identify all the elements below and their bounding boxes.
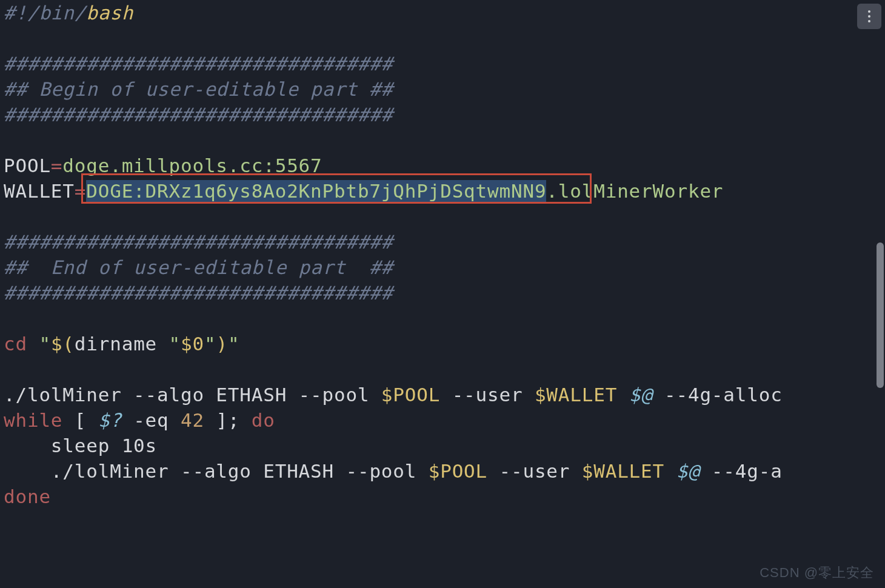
pool-value: doge.millpools.cc:5567 bbox=[62, 155, 322, 176]
code-editor[interactable]: #!/bin/bash ############################… bbox=[0, 0, 885, 588]
shebang: #!/bin/bash bbox=[4, 2, 133, 24]
wallet-rest: .lolMinerWorker bbox=[546, 180, 723, 202]
run-line-2: ./lolMiner --algo ETHASH --pool bbox=[51, 460, 429, 482]
comment-rule: ################################# bbox=[4, 282, 393, 304]
comment-end: ## End of user-editable part ## bbox=[4, 256, 393, 278]
code-block: #!/bin/bash ############################… bbox=[4, 0, 885, 509]
var-wallet: WALLET bbox=[4, 180, 75, 202]
vertical-scrollbar[interactable] bbox=[877, 242, 884, 388]
kw-while: while bbox=[4, 409, 62, 431]
comment-rule: ################################# bbox=[4, 231, 393, 253]
comment-begin: ## Begin of user-editable part ## bbox=[4, 78, 393, 100]
watermark-text: CSDN @零上安全 bbox=[760, 564, 874, 582]
cmd-cd: cd bbox=[4, 333, 27, 355]
vertical-dots-icon bbox=[868, 9, 870, 24]
var-pool: POOL bbox=[4, 155, 51, 176]
comment-rule: ################################# bbox=[4, 53, 393, 75]
run-line-1: ./lolMiner --algo ETHASH --pool bbox=[4, 384, 381, 406]
comment-rule: ################################# bbox=[4, 104, 393, 125]
more-menu-button[interactable] bbox=[857, 4, 881, 29]
kw-done: done bbox=[4, 486, 51, 507]
wallet-selected[interactable]: DOGE:DRXz1q6ys8Ao2KnPbtb7jQhPjDSqtwmNN9 bbox=[86, 180, 546, 202]
cmd-sleep: sleep bbox=[51, 435, 122, 456]
